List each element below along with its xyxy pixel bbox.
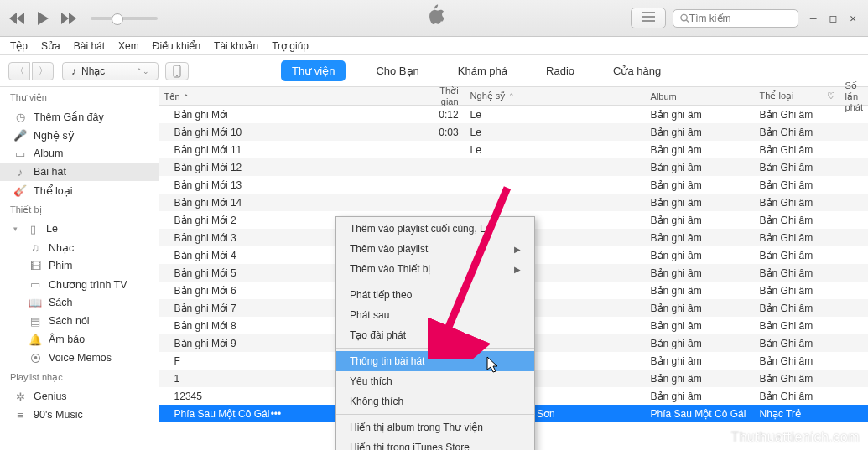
tab-cho-bạn[interactable]: Cho Bạn [367, 61, 427, 80]
sidebar-item-genius[interactable]: ✲Genius [0, 387, 159, 406]
cell-album: Bản ghi âm [646, 373, 755, 385]
cell-time: 0:12 [419, 109, 465, 121]
table-row[interactable]: Bản ghi Mới0:12LeBản ghi âmBản Ghi âm [159, 106, 868, 123]
svg-point-3 [176, 75, 178, 76]
col-artist[interactable]: Nghệ sỹ ⌃ [465, 91, 646, 101]
menu-separator [336, 348, 534, 349]
sidebar-item-b-i-h-t[interactable]: ♪Bài hát [0, 163, 159, 181]
clock-icon: ◷ [13, 110, 27, 123]
menu-sửa[interactable]: Sửa [41, 40, 60, 52]
media-picker[interactable]: ♪Nhạc ⌃⌄ [62, 62, 159, 80]
ctx-label: Thêm vào Thiết bị [350, 263, 430, 275]
sidebar-item-th-lo-i[interactable]: 🎸Thể loại [0, 181, 159, 199]
col-name[interactable]: Tên ⌃ [159, 91, 419, 101]
table-row[interactable]: Bản ghi Mới 14Bản ghi âmBản Ghi âm [159, 194, 868, 211]
menu-trợ giúp[interactable]: Trợ giúp [272, 40, 309, 52]
search-input[interactable] [689, 13, 791, 24]
ctx-t-o-i-ph-t[interactable]: Tạo đài phát [336, 325, 534, 345]
book-icon: 📖 [29, 296, 42, 309]
col-genre[interactable]: Thể loại [755, 91, 822, 101]
search-field[interactable] [673, 9, 798, 28]
apple-logo-icon [424, 3, 444, 33]
table-row[interactable]: Bản ghi Mới 11LeBản ghi âmBản Ghi âm [159, 141, 868, 158]
play-button[interactable] [34, 9, 52, 28]
cell-genre: Bản Ghi âm [755, 162, 822, 173]
table-row[interactable]: Bản ghi Mới 13Bản ghi âmBản Ghi âm [159, 176, 868, 194]
ctx-kh-ng-th-ch[interactable]: Không thích [336, 391, 534, 411]
volume-slider[interactable] [91, 17, 158, 20]
menu-tài khoản[interactable]: Tài khoản [214, 40, 258, 52]
ctx-ph-t-sau[interactable]: Phát sau [336, 305, 534, 325]
ctx-ph-t-ti-p-theo[interactable]: Phát tiếp theo [336, 285, 534, 305]
cell-genre: Bản Ghi âm [755, 215, 822, 226]
col-time[interactable]: Thời gian [419, 85, 465, 106]
menu-bài hát[interactable]: Bài hát [74, 40, 105, 52]
cell-artist: Le [465, 144, 646, 156]
list-view-button[interactable] [631, 8, 666, 28]
sidebar-item-label: Nhạc [49, 241, 74, 254]
sidebar-item-th-m-g-n-y[interactable]: ◷Thêm Gần đây [0, 107, 159, 126]
sidebar-item-ngh-s-[interactable]: 🎤Nghệ sỹ [0, 126, 159, 144]
submenu-arrow-icon: ▶ [514, 265, 521, 274]
sidebar-item-s-ch-n-i[interactable]: ▤Sách nói [0, 312, 159, 330]
cell-genre: Bản Ghi âm [755, 197, 822, 209]
sidebar-item-phim[interactable]: 🎞Phim [0, 256, 159, 275]
cell-genre: Bản Ghi âm [755, 338, 822, 349]
back-button[interactable]: 〈 [8, 62, 30, 80]
col-heart[interactable]: ♡ [822, 91, 840, 101]
ctx-hi-n-th-trong-itunes-store[interactable]: Hiển thị trong iTunes Store [336, 437, 534, 450]
cell-album: Bản ghi âm [646, 338, 755, 349]
window-controls[interactable]: — □ ✕ [810, 12, 860, 24]
table-row[interactable]: Bản ghi Mới 12Bản ghi âmBản Ghi âm [159, 158, 868, 176]
prev-button[interactable] [8, 10, 25, 27]
sidebar-item-nh-c[interactable]: ♫Nhạc [0, 238, 159, 256]
column-headers: Tên ⌃ Thời gian Nghệ sỹ ⌃ Album Thể loại… [159, 87, 868, 106]
sidebar-item-label: Thêm Gần đây [34, 111, 104, 123]
sidebar-item--m-b-o[interactable]: 🔔Âm báo [0, 330, 159, 349]
next-button[interactable] [60, 10, 77, 27]
sidebar-item-label: Thể loại [34, 184, 73, 197]
menu-điều khiển[interactable]: Điều khiển [153, 40, 200, 52]
tab-radio[interactable]: Radio [538, 61, 583, 80]
film-icon: 🎞 [29, 259, 42, 272]
ctx-label: Yêu thích [350, 375, 392, 387]
forward-button[interactable]: 〉 [32, 62, 54, 80]
sidebar: Thư viện◷Thêm Gần đây🎤Nghệ sỹ▭Album♪Bài … [0, 87, 159, 450]
cell-genre: Nhạc Trẻ [755, 408, 822, 420]
table-row[interactable]: Bản ghi Mới 100:03LeBản ghi âmBản Ghi âm [159, 123, 868, 141]
genre-icon: 🎸 [13, 184, 27, 197]
ctx-hi-n-th-album-trong-th-vi-n[interactable]: Hiển thị album trong Thư viện [336, 417, 534, 437]
sidebar-item-ch-ng-tr-nh-tv[interactable]: ▭Chương trình TV [0, 275, 159, 293]
cell-genre: Bản Ghi âm [755, 391, 822, 402]
main-tabs: Thư việnCho BạnKhám pháRadioCửa hàng [281, 60, 669, 81]
ctx-label: Không thích [350, 396, 403, 407]
device-button[interactable] [165, 62, 189, 80]
sidebar-item-s-ch[interactable]: 📖Sách [0, 293, 159, 312]
ctx-th-ng-tin-b-i-h-t[interactable]: Thông tin bài hát [336, 351, 534, 371]
voice-icon: ⦿ [29, 351, 42, 365]
cell-album: Bản ghi âm [646, 250, 755, 261]
note-icon: ♪ [13, 165, 27, 178]
tab-cửa-hàng[interactable]: Cửa hàng [605, 61, 669, 80]
cell-album: Bản ghi âm [646, 267, 755, 279]
ctx-th-m-v-o-playlist-cu-i-c-ng-le[interactable]: Thêm vào playlist cuối cùng, Le [336, 219, 534, 239]
tab-thư-viện[interactable]: Thư viện [281, 60, 346, 81]
mic-icon: 🎤 [13, 128, 27, 142]
sidebar-item-voice-memos[interactable]: ⦿Voice Memos [0, 349, 159, 367]
sidebar-item-90-s-music[interactable]: ≡90's Music [0, 406, 159, 424]
cell-genre: Bản Ghi âm [755, 144, 822, 156]
sidebar-item-album[interactable]: ▭Album [0, 144, 159, 163]
genius-icon: ✲ [13, 390, 27, 403]
ctx-label: Hiển thị trong iTunes Store [350, 442, 470, 450]
menu-xem[interactable]: Xem [118, 40, 139, 52]
sidebar-item-le[interactable]: ▾▯Le [0, 220, 159, 238]
ctx-th-m-v-o-playlist[interactable]: Thêm vào playlist▶ [336, 239, 534, 259]
note2-icon: ♫ [29, 241, 42, 254]
col-album[interactable]: Album [646, 91, 755, 101]
menu-tệp[interactable]: Tệp [10, 40, 28, 52]
ctx-th-m-v-o-thi-t-b-[interactable]: Thêm vào Thiết bị▶ [336, 259, 534, 279]
tab-khám-phá[interactable]: Khám phá [450, 61, 516, 80]
sidebar-item-label: Phim [49, 260, 72, 272]
cell-time: 0:03 [419, 127, 465, 138]
ctx-y-u-th-ch[interactable]: Yêu thích [336, 371, 534, 391]
